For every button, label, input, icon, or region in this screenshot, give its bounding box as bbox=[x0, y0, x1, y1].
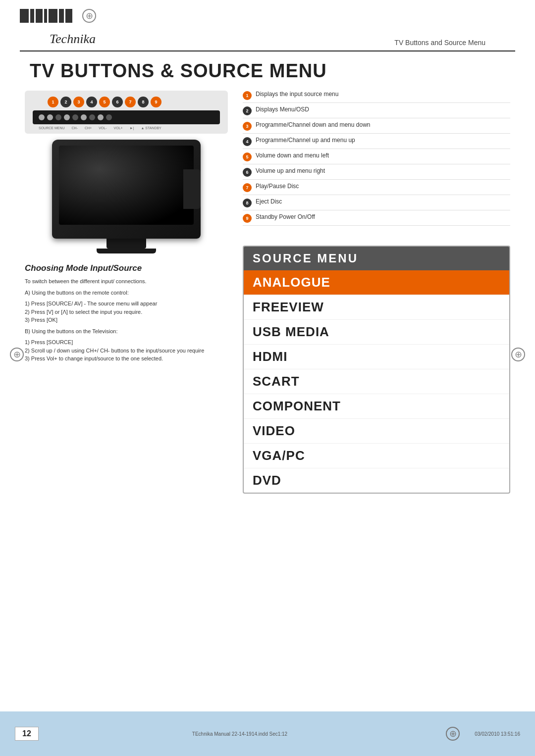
strip-label-standby: ▲ STANDBY bbox=[141, 126, 161, 130]
btn-num-2: 2 bbox=[60, 97, 71, 107]
source-menu-item[interactable]: COMPONENT bbox=[244, 394, 509, 419]
dot-1 bbox=[39, 114, 45, 120]
source-menu-items: ANALOGUEFREEVIEWUSB MEDIAHDMISCARTCOMPON… bbox=[244, 270, 509, 493]
brand-name: Technika bbox=[50, 32, 394, 47]
strip-label-play: ►| bbox=[130, 126, 134, 130]
list-item-text: Displays the input source menu bbox=[256, 91, 338, 98]
bar bbox=[20, 9, 29, 23]
registration-mark-top: ⊕ bbox=[82, 9, 96, 23]
tv-stand bbox=[107, 239, 146, 249]
list-item: 4Programme/Channel up and menu up bbox=[243, 137, 510, 149]
button-dots bbox=[39, 114, 112, 120]
bar bbox=[65, 9, 72, 23]
btn-num-7: 7 bbox=[125, 97, 136, 107]
bar bbox=[36, 9, 43, 23]
bottom-bar: 12 TEchnika Manual 22-14-1914.indd Sec1:… bbox=[0, 711, 535, 756]
tv-image bbox=[47, 140, 206, 253]
source-menu-item[interactable]: USB MEDIA bbox=[244, 320, 509, 345]
page-title: TV Buttons & Source Menu bbox=[30, 60, 505, 82]
bar bbox=[30, 9, 34, 23]
list-item-number: 5 bbox=[243, 152, 252, 161]
source-menu-item[interactable]: DVD bbox=[244, 468, 509, 493]
choosing-mode-intro: To switch between the different input/ c… bbox=[25, 277, 228, 286]
list-item-text: Displays Menu/OSD bbox=[256, 106, 309, 113]
strip-label-source: SOURCE MENU bbox=[39, 126, 65, 130]
list-item-number: 8 bbox=[243, 199, 252, 207]
choosing-mode-section-b-steps: 1) Press [SOURCE] 2) Scroll up / down us… bbox=[25, 338, 228, 363]
right-column: 1Displays the input source menu2Displays… bbox=[238, 91, 510, 494]
list-item: 9Standby Power On/Off bbox=[243, 213, 510, 226]
list-item-text: Play/Pause Disc bbox=[256, 183, 299, 190]
source-menu-item[interactable]: VGA/PC bbox=[244, 444, 509, 468]
bar bbox=[59, 9, 64, 23]
list-item-text: Eject Disc bbox=[256, 198, 282, 205]
left-column: 1 2 3 4 5 6 7 8 9 bbox=[25, 91, 233, 494]
list-item-text: Volume down and menu left bbox=[256, 152, 329, 159]
dot-8 bbox=[98, 114, 104, 120]
strip-label-ch-plus: CH+ bbox=[85, 126, 92, 130]
list-item-number: 1 bbox=[243, 91, 252, 100]
list-item-number: 4 bbox=[243, 137, 252, 146]
list-item-text: Volume up and menu right bbox=[256, 167, 325, 174]
strip-label-vol-plus: VOL+ bbox=[114, 126, 123, 130]
page-number: 12 bbox=[15, 727, 39, 741]
source-menu-item[interactable]: VIDEO bbox=[244, 419, 509, 444]
source-menu-item[interactable]: ANALOGUE bbox=[244, 270, 509, 295]
dot-3 bbox=[55, 114, 61, 120]
btn-num-4: 4 bbox=[86, 97, 97, 107]
source-menu-panel: Source Menu ANALOGUEFREEVIEWUSB MEDIAHDM… bbox=[243, 246, 510, 494]
main-content: 1 2 3 4 5 6 7 8 9 bbox=[0, 91, 535, 494]
list-item-number: 3 bbox=[243, 122, 252, 131]
numbered-list: 1Displays the input source menu2Displays… bbox=[243, 91, 510, 226]
dot-4 bbox=[64, 114, 70, 120]
strip-label-ch-minus: CH- bbox=[72, 126, 78, 130]
btn-num-1: 1 bbox=[48, 97, 58, 107]
tv-disc bbox=[183, 169, 201, 209]
list-item: 6Volume up and menu right bbox=[243, 167, 510, 180]
strip-label-vol-minus: VOL- bbox=[99, 126, 107, 130]
list-item-number: 7 bbox=[243, 183, 252, 192]
list-item: 2Displays Menu/OSD bbox=[243, 106, 510, 118]
footer-right-text: 03/02/2010 13:51:16 bbox=[475, 731, 520, 737]
source-menu-item[interactable]: HDMI bbox=[244, 345, 509, 369]
btn-num-5: 5 bbox=[99, 97, 110, 107]
dot-7 bbox=[89, 114, 95, 120]
list-item-text: Programme/Channel up and menu up bbox=[256, 137, 355, 144]
dot-2 bbox=[47, 114, 53, 120]
bar bbox=[44, 9, 47, 23]
bar bbox=[49, 9, 57, 23]
source-menu-item[interactable]: SCART bbox=[244, 369, 509, 394]
choosing-mode-title: Choosing Mode Input/Source bbox=[25, 263, 228, 273]
list-item: 5Volume down and menu left bbox=[243, 152, 510, 164]
tv-foot bbox=[97, 249, 156, 253]
btn-num-3: 3 bbox=[73, 97, 84, 107]
list-item: 3Programme/Channel down and menu down bbox=[243, 121, 510, 134]
strip-labels: SOURCE MENU CH- CH+ VOL- VOL+ ►| ▲ STAND… bbox=[33, 126, 220, 130]
dot-6 bbox=[81, 114, 87, 120]
dot-5 bbox=[72, 114, 78, 120]
header-subtitle: TV Buttons and Source Menu bbox=[394, 39, 485, 47]
list-item-text: Standby Power On/Off bbox=[256, 213, 315, 220]
footer-left-text: TEchnika Manual 22-14-1914.indd Sec1:12 bbox=[49, 731, 431, 737]
registration-mark-right: ⊕ bbox=[511, 347, 525, 361]
tv-screen bbox=[59, 146, 194, 225]
source-menu-header: Source Menu bbox=[244, 247, 509, 270]
button-numbers: 1 2 3 4 5 6 7 8 9 bbox=[33, 97, 220, 107]
choosing-mode-section-b-title: B) Using the buttons on the Television: bbox=[25, 327, 228, 336]
list-item: 8Eject Disc bbox=[243, 198, 510, 210]
top-bar: ⊕ bbox=[0, 0, 535, 23]
barcode-left bbox=[20, 9, 72, 23]
button-diagram: 1 2 3 4 5 6 7 8 9 bbox=[25, 91, 228, 134]
btn-num-8: 8 bbox=[138, 97, 149, 107]
btn-num-6: 6 bbox=[112, 97, 123, 107]
tv-outer bbox=[52, 140, 201, 239]
header: Technika TV Buttons and Source Menu bbox=[20, 27, 515, 51]
list-item-number: 6 bbox=[243, 168, 252, 177]
source-menu-item[interactable]: FREEVIEW bbox=[244, 295, 509, 320]
list-item: 1Displays the input source menu bbox=[243, 91, 510, 103]
list-item-text: Programme/Channel down and menu down bbox=[256, 121, 370, 128]
button-strip bbox=[33, 110, 220, 124]
list-item-number: 2 bbox=[243, 106, 252, 115]
bottom-registration-mark: ⊕ bbox=[446, 727, 460, 741]
choosing-mode-section-a-steps: 1) Press [SOURCE/ AV] - The source menu … bbox=[25, 300, 228, 324]
